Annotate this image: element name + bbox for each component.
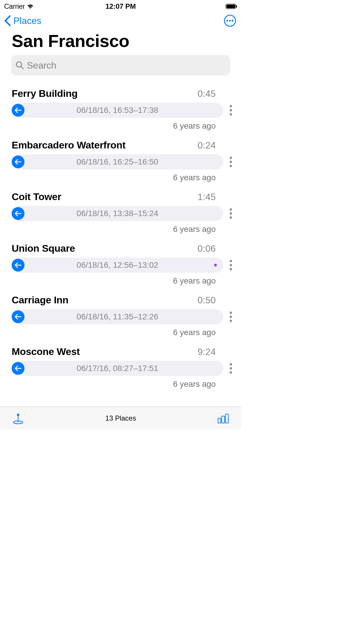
item-duration: 9:24	[198, 346, 233, 357]
item-more-button[interactable]	[229, 104, 233, 117]
arrow-left-badge	[12, 362, 24, 375]
item-ago: 6 years ago	[12, 379, 233, 389]
item-title: Carriage Inn	[12, 294, 68, 306]
back-label: Places	[13, 15, 41, 26]
list-item[interactable]: Union Square 0:06 06/18/16, 12:56–13:02 …	[0, 239, 241, 291]
search-input[interactable]	[27, 60, 226, 71]
svg-rect-2	[236, 5, 237, 8]
item-pill[interactable]: 06/18/16, 16:53–17:38	[12, 103, 223, 118]
item-ago: 6 years ago	[12, 121, 233, 131]
svg-line-8	[21, 66, 23, 69]
svg-point-5	[229, 20, 231, 22]
item-ago: 6 years ago	[12, 328, 233, 337]
item-timestamp: 06/18/16, 16:53–17:38	[77, 106, 158, 115]
item-pill[interactable]: 06/18/16, 11:35–12:26	[12, 309, 223, 324]
bars-icon[interactable]	[217, 412, 229, 424]
svg-rect-12	[218, 418, 221, 423]
arrow-left-badge	[12, 155, 24, 168]
svg-rect-1	[226, 5, 235, 8]
arrow-left-icon	[15, 211, 22, 216]
item-pill[interactable]: 06/18/16, 13:38–15:24	[12, 206, 223, 221]
chevron-left-icon	[3, 15, 12, 27]
item-title: Union Square	[12, 243, 75, 254]
item-title: Coit Tower	[12, 191, 61, 202]
list-item[interactable]: Embarcadero Waterfront 0:24 06/18/16, 16…	[0, 136, 241, 188]
item-title: Embarcadero Waterfront	[12, 139, 126, 151]
item-duration: 0:06	[198, 243, 233, 254]
item-pill[interactable]: 06/17/16, 08:27–17:51	[12, 361, 223, 376]
item-more-button[interactable]	[229, 259, 233, 272]
arrow-left-badge	[12, 310, 24, 323]
item-ago: 6 years ago	[12, 276, 233, 286]
battery-icon	[226, 4, 237, 9]
toolbar: 13 Places	[0, 407, 241, 429]
item-timestamp: 06/18/16, 13:38–15:24	[77, 209, 158, 218]
item-more-button[interactable]	[229, 362, 233, 375]
item-ago: 6 years ago	[12, 225, 233, 234]
item-more-button[interactable]	[229, 310, 233, 323]
back-button[interactable]: Places	[3, 15, 41, 27]
item-timestamp: 06/18/16, 12:56–13:02	[77, 260, 158, 270]
item-duration: 1:45	[198, 192, 233, 202]
item-more-button[interactable]	[229, 207, 233, 220]
item-pill[interactable]: 06/18/16, 16:25–16:50	[12, 154, 223, 169]
more-circle-icon[interactable]	[224, 15, 236, 27]
item-duration: 0:24	[198, 140, 233, 151]
list-item[interactable]: Ferry Building 0:45 06/18/16, 16:53–17:3…	[0, 84, 241, 136]
status-bar: Carrier 12:07 PM	[0, 0, 241, 12]
search-icon	[16, 61, 24, 69]
arrow-left-icon	[15, 314, 22, 320]
nav-bar: Places	[0, 12, 241, 29]
carrier-label: Carrier	[4, 2, 25, 10]
pin-icon[interactable]	[12, 412, 24, 424]
svg-point-11	[17, 414, 19, 416]
page-title: San Francisco	[0, 29, 241, 55]
places-list: Ferry Building 0:45 06/18/16, 16:53–17:3…	[0, 84, 241, 394]
arrow-left-badge	[12, 104, 24, 117]
svg-point-4	[226, 20, 228, 22]
flag-indicator	[214, 264, 217, 267]
list-item[interactable]: Coit Tower 1:45 06/18/16, 13:38–15:24 6 …	[0, 188, 241, 239]
svg-point-6	[232, 20, 233, 22]
arrow-left-icon	[15, 365, 22, 371]
list-item[interactable]: Carriage Inn 0:50 06/18/16, 11:35–12:26 …	[0, 291, 241, 342]
wifi-icon	[27, 4, 34, 9]
svg-rect-13	[222, 416, 225, 423]
svg-rect-14	[225, 414, 228, 423]
item-title: Ferry Building	[12, 88, 78, 99]
item-pill[interactable]: 06/18/16, 12:56–13:02	[12, 258, 223, 273]
item-title: Moscone West	[12, 346, 80, 357]
list-item[interactable]: Moscone West 9:24 06/17/16, 08:27–17:51 …	[0, 342, 241, 394]
item-timestamp: 06/17/16, 08:27–17:51	[77, 364, 158, 373]
item-more-button[interactable]	[229, 155, 233, 168]
arrow-left-icon	[15, 159, 22, 165]
item-ago: 6 years ago	[12, 173, 233, 182]
arrow-left-badge	[12, 259, 24, 272]
arrow-left-icon	[15, 262, 22, 268]
toolbar-count: 13 Places	[105, 414, 136, 422]
arrow-left-icon	[15, 107, 22, 113]
item-timestamp: 06/18/16, 11:35–12:26	[77, 312, 158, 321]
status-time: 12:07 PM	[106, 2, 136, 10]
arrow-left-badge	[12, 207, 24, 220]
item-timestamp: 06/18/16, 16:25–16:50	[77, 157, 158, 167]
item-duration: 0:50	[198, 295, 233, 306]
search-bar[interactable]	[11, 55, 230, 76]
item-duration: 0:45	[198, 88, 233, 99]
